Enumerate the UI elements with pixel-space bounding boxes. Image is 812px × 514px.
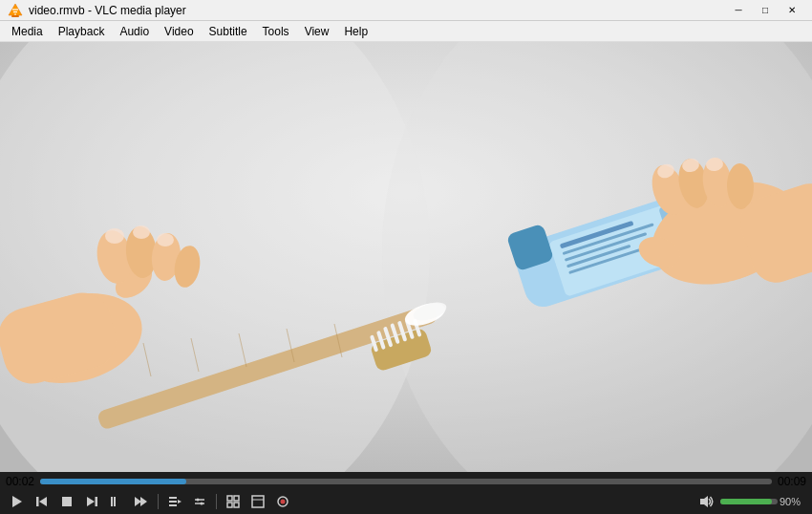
control-bar: 00:02 00:09 [0,472,812,514]
faster-button[interactable] [130,491,153,512]
title-bar: video.rmvb - VLC media player ─ □ ✕ [0,0,812,21]
svg-rect-71 [227,496,232,501]
menu-help[interactable]: Help [336,21,375,41]
menu-audio[interactable]: Audio [112,21,157,41]
svg-marker-63 [135,497,141,506]
video-area[interactable] [0,42,812,472]
svg-marker-57 [39,497,47,506]
menu-bar: Media Playback Audio Video Subtitle Tool… [0,21,812,42]
svg-point-70 [201,502,203,504]
volume-bar[interactable] [720,499,778,504]
svg-rect-59 [96,497,98,506]
menu-video[interactable]: Video [157,21,201,41]
playlist-button[interactable] [163,491,186,512]
svg-marker-79 [700,496,708,507]
svg-rect-72 [234,496,239,501]
extended-button[interactable] [188,491,211,512]
time-current: 00:02 [6,475,34,488]
svg-rect-58 [62,497,72,506]
separator-2 [216,494,217,509]
svg-point-69 [197,498,200,501]
video-canvas [0,42,812,472]
svg-rect-74 [234,503,239,507]
app-icon [8,3,23,18]
previous-button[interactable] [31,491,53,512]
menu-subtitle[interactable]: Subtitle [202,21,255,41]
slower-button[interactable] [105,491,128,512]
maximize-button[interactable]: □ [753,3,778,18]
svg-rect-62 [114,497,116,506]
svg-marker-55 [12,496,22,507]
svg-marker-64 [140,497,147,506]
svg-point-78 [281,499,286,503]
close-button[interactable]: ✕ [780,3,804,18]
menu-tools[interactable]: Tools [255,21,297,41]
stop-button[interactable] [55,491,78,512]
window-title: video.rmvb - VLC media player [29,4,726,17]
svg-rect-65 [169,497,177,499]
svg-rect-1 [11,15,19,17]
svg-point-16 [133,225,150,239]
fullscreen-button[interactable] [222,491,245,512]
svg-rect-66 [169,501,177,503]
progress-bar[interactable] [40,479,772,484]
progress-bar-fill [40,479,186,484]
menu-playback[interactable]: Playback [51,21,113,41]
menu-media[interactable]: Media [4,21,51,41]
record-button[interactable] [271,491,294,512]
volume-button[interactable] [695,491,718,512]
volume-bar-fill [720,499,772,504]
svg-rect-67 [169,504,177,506]
next-button[interactable] [80,491,103,512]
progress-row: 00:02 00:09 [6,474,806,488]
minimize-button[interactable]: ─ [726,3,751,18]
play-button[interactable] [6,491,29,512]
svg-point-15 [105,228,124,244]
svg-point-17 [157,233,174,246]
svg-point-6 [0,42,430,472]
video-frame [0,42,812,472]
window-controls: ─ □ ✕ [726,3,804,18]
buttons-row: 90% [6,490,806,512]
buttons-right: 90% [695,491,806,512]
svg-rect-75 [252,496,264,507]
separator-1 [158,494,159,509]
svg-rect-73 [227,503,232,507]
svg-marker-68 [178,500,182,503]
time-total: 00:09 [778,475,806,488]
volume-percent: 90% [780,496,806,507]
svg-rect-61 [111,497,113,506]
svg-rect-56 [36,497,39,506]
volume-area: 90% [695,491,806,512]
window-button[interactable] [246,491,269,512]
svg-marker-60 [87,497,95,506]
menu-view[interactable]: View [297,21,337,41]
